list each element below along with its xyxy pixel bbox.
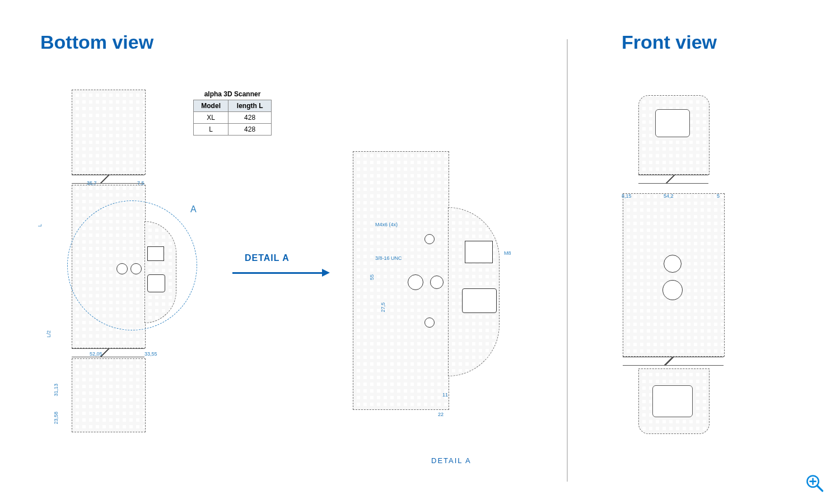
hole-38unc xyxy=(408,274,423,290)
svg-line-1 xyxy=(817,486,822,491)
dim-22: 22 xyxy=(438,412,444,417)
hole xyxy=(430,276,444,289)
connector-main xyxy=(462,288,497,313)
dim-55: 55 xyxy=(369,274,375,280)
dim-3113: 31,13 xyxy=(53,384,59,396)
table-header-row: Model length L xyxy=(194,100,272,112)
note-unc: 3/8-16 UNC xyxy=(375,255,402,261)
front-connector-a xyxy=(664,255,682,273)
cell-length: 428 xyxy=(228,112,272,124)
dim-815: 8,15 xyxy=(622,193,632,199)
dim-5: 5 xyxy=(717,193,720,199)
section-divider xyxy=(567,39,568,482)
hole-m4 xyxy=(424,234,435,244)
note-m8: M8 xyxy=(504,250,511,256)
dim-357: 35,7 xyxy=(87,180,97,186)
dim-2358: 23,58 xyxy=(53,412,59,424)
dim-3355: 33,55 xyxy=(144,351,157,357)
dim-half-L: L/2 xyxy=(46,330,52,338)
dim-overall-L: L xyxy=(37,224,43,227)
detail-arrow xyxy=(232,272,322,274)
front-camera-window-bottom xyxy=(652,385,693,417)
detail-arrow-head xyxy=(322,269,330,277)
detail-a-caption: DETAIL A xyxy=(431,456,472,465)
front-camera-window-top xyxy=(655,109,690,137)
hole-m4 xyxy=(424,318,435,328)
dim-11: 11 xyxy=(442,392,448,398)
table-row: XL 428 xyxy=(194,112,272,124)
col-length: length L xyxy=(228,100,272,112)
bottom-view-title: Bottom view xyxy=(40,31,153,53)
dim-75: 7,5 xyxy=(137,180,144,186)
dim-275: 27,5 xyxy=(380,302,386,312)
detail-a-label: DETAIL A xyxy=(245,253,290,263)
zoom-in-icon[interactable] xyxy=(805,474,824,493)
cell-model: L xyxy=(194,124,228,136)
dim-542: 54,2 xyxy=(664,193,674,199)
col-model: Model xyxy=(194,100,228,112)
table-row: L 428 xyxy=(194,124,272,136)
scanner-length-table: Model length L XL 428 L 428 xyxy=(193,100,272,136)
table-caption: alpha 3D Scanner xyxy=(193,90,272,98)
connector-m8 xyxy=(465,241,493,263)
detail-a-letter: A xyxy=(190,204,197,214)
front-view-title: Front view xyxy=(622,31,717,53)
note-m4: M4x6 (4x) xyxy=(375,222,398,227)
detail-a-circle xyxy=(67,200,197,330)
cell-model: XL xyxy=(194,112,228,124)
front-connector-b xyxy=(662,280,683,300)
cell-length: 428 xyxy=(228,124,272,136)
dim-5205: 52,05 xyxy=(90,351,102,357)
